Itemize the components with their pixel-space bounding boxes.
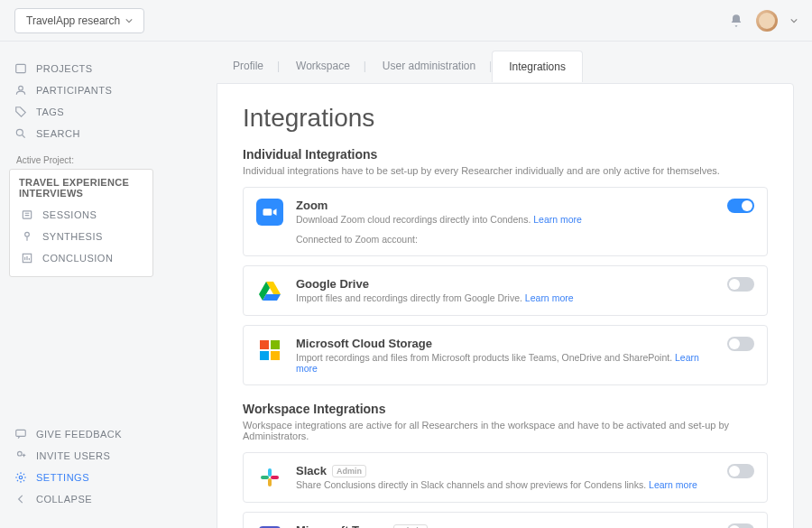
workspace-heading: Workspace Integrations bbox=[243, 402, 768, 416]
projects-icon bbox=[14, 62, 27, 75]
sidebar-item-label: COLLAPSE bbox=[36, 494, 92, 505]
svg-rect-11 bbox=[261, 476, 269, 479]
admin-badge: Admin bbox=[393, 524, 428, 529]
sidebar-item-search[interactable]: SEARCH bbox=[14, 123, 152, 144]
chevron-down-icon bbox=[125, 17, 133, 24]
svg-rect-6 bbox=[16, 430, 26, 436]
integration-slack: SlackAdmin Share Conclusions directly in… bbox=[243, 452, 768, 503]
sidebar-item-label: SEARCH bbox=[36, 128, 80, 139]
toggle-teams[interactable] bbox=[727, 523, 754, 528]
participants-icon bbox=[14, 84, 27, 97]
bell-icon[interactable] bbox=[729, 14, 743, 28]
tags-icon bbox=[14, 106, 27, 118]
sidebar-item-label: CONCLUSION bbox=[42, 253, 113, 264]
toggle-ms-cloud[interactable] bbox=[727, 337, 754, 351]
sidebar-item-label: PARTICIPANTS bbox=[36, 85, 112, 96]
svg-rect-9 bbox=[263, 208, 272, 216]
slack-icon bbox=[256, 464, 283, 491]
integration-teams: T Microsoft TeamsAdmin Automatically sha… bbox=[243, 512, 768, 528]
integration-title: Microsoft Cloud Storage bbox=[296, 337, 715, 350]
integration-desc: Download Zoom cloud recordings directly … bbox=[296, 214, 531, 225]
sidebar-item-collapse[interactable]: COLLAPSE bbox=[14, 488, 152, 510]
tab-user-admin[interactable]: User administration bbox=[366, 51, 492, 82]
svg-point-1 bbox=[19, 86, 23, 90]
sidebar-item-label: SETTINGS bbox=[36, 472, 89, 483]
conclusion-icon bbox=[21, 252, 33, 264]
svg-rect-12 bbox=[268, 478, 272, 486]
learn-more-link[interactable]: Learn more bbox=[649, 479, 697, 490]
active-project-title: TRAVEL EXPERIENCE INTERVIEWS bbox=[19, 177, 143, 199]
workspace-desc: Workspace integrations are active for al… bbox=[243, 420, 768, 441]
sidebar-item-projects[interactable]: PROJECTS bbox=[14, 58, 152, 79]
integration-desc: Share Conclusions directly in Slack chan… bbox=[296, 479, 646, 490]
sidebar-item-conclusion[interactable]: CONCLUSION bbox=[21, 247, 143, 269]
sessions-icon bbox=[21, 208, 33, 221]
gdrive-icon bbox=[256, 277, 283, 304]
sidebar-item-participants[interactable]: PARTICIPANTS bbox=[14, 79, 152, 101]
tab-profile[interactable]: Profile bbox=[217, 51, 280, 82]
individual-heading: Individual Integrations bbox=[243, 147, 768, 162]
search-icon bbox=[14, 127, 27, 140]
toggle-slack[interactable] bbox=[727, 464, 754, 478]
tab-integrations[interactable]: Integrations bbox=[492, 51, 583, 82]
admin-badge: Admin bbox=[332, 465, 366, 477]
project-selector-label: TravelApp research bbox=[26, 14, 120, 27]
sidebar-item-label: TAGS bbox=[36, 107, 64, 117]
svg-point-4 bbox=[25, 232, 30, 236]
sidebar-item-invite[interactable]: INVITE USERS bbox=[14, 445, 152, 467]
synthesis-icon bbox=[21, 230, 33, 243]
active-project-card: TRAVEL EXPERIENCE INTERVIEWS SESSIONS SY… bbox=[9, 169, 153, 277]
sidebar-item-settings[interactable]: SETTINGS bbox=[14, 467, 152, 488]
integration-title: Zoom bbox=[296, 199, 715, 212]
individual-desc: Individual integrations have to be set-u… bbox=[243, 165, 768, 176]
integration-ms-cloud: Microsoft Cloud Storage Import recording… bbox=[243, 325, 768, 385]
integration-desc: Import files and recordings directly fro… bbox=[296, 292, 522, 303]
integration-title: Slack bbox=[296, 464, 327, 477]
svg-rect-13 bbox=[271, 476, 279, 479]
sidebar-item-label: PROJECTS bbox=[36, 63, 93, 74]
page-title: Integrations bbox=[243, 104, 768, 133]
sidebar-item-feedback[interactable]: GIVE FEEDBACK bbox=[14, 423, 152, 445]
chevron-left-icon bbox=[14, 493, 27, 505]
integration-title: Microsoft Teams bbox=[296, 523, 388, 528]
toggle-zoom[interactable] bbox=[727, 199, 754, 213]
invite-icon bbox=[14, 449, 27, 462]
svg-point-8 bbox=[19, 476, 23, 479]
svg-point-7 bbox=[18, 451, 23, 456]
learn-more-link[interactable]: Learn more bbox=[533, 214, 582, 225]
integration-title: Google Drive bbox=[296, 277, 715, 291]
integration-desc: Import recordings and files from Microso… bbox=[296, 352, 672, 363]
teams-icon: T bbox=[256, 523, 283, 528]
gear-icon bbox=[14, 471, 27, 484]
sidebar-item-sessions[interactable]: SESSIONS bbox=[21, 204, 143, 226]
sidebar-item-synthesis[interactable]: SYNTHESIS bbox=[21, 226, 143, 247]
integration-zoom: Zoom Download Zoom cloud recordings dire… bbox=[243, 187, 768, 256]
sidebar-item-label: GIVE FEEDBACK bbox=[36, 429, 122, 440]
microsoft-icon bbox=[256, 337, 283, 364]
zoom-icon bbox=[256, 199, 283, 226]
sidebar-item-label: SESSIONS bbox=[42, 209, 97, 220]
project-selector[interactable]: TravelApp research bbox=[14, 8, 144, 33]
svg-point-2 bbox=[16, 129, 23, 135]
active-project-label: Active Project: bbox=[0, 155, 162, 169]
tab-workspace[interactable]: Workspace bbox=[280, 51, 366, 82]
sidebar-item-label: SYNTHESIS bbox=[42, 231, 103, 242]
integration-status: Connected to Zoom account: bbox=[296, 234, 715, 245]
settings-tabs: Profile Workspace User administration In… bbox=[217, 51, 794, 83]
avatar[interactable] bbox=[756, 10, 778, 32]
svg-rect-0 bbox=[16, 64, 26, 72]
integration-gdrive: Google Drive Import files and recordings… bbox=[243, 265, 768, 316]
sidebar-item-label: INVITE USERS bbox=[36, 450, 110, 461]
feedback-icon bbox=[14, 428, 27, 440]
chevron-down-icon[interactable] bbox=[790, 17, 798, 24]
learn-more-link[interactable]: Learn more bbox=[525, 292, 574, 303]
svg-rect-10 bbox=[268, 468, 272, 477]
sidebar-item-tags[interactable]: TAGS bbox=[14, 101, 152, 123]
toggle-gdrive[interactable] bbox=[727, 277, 754, 292]
